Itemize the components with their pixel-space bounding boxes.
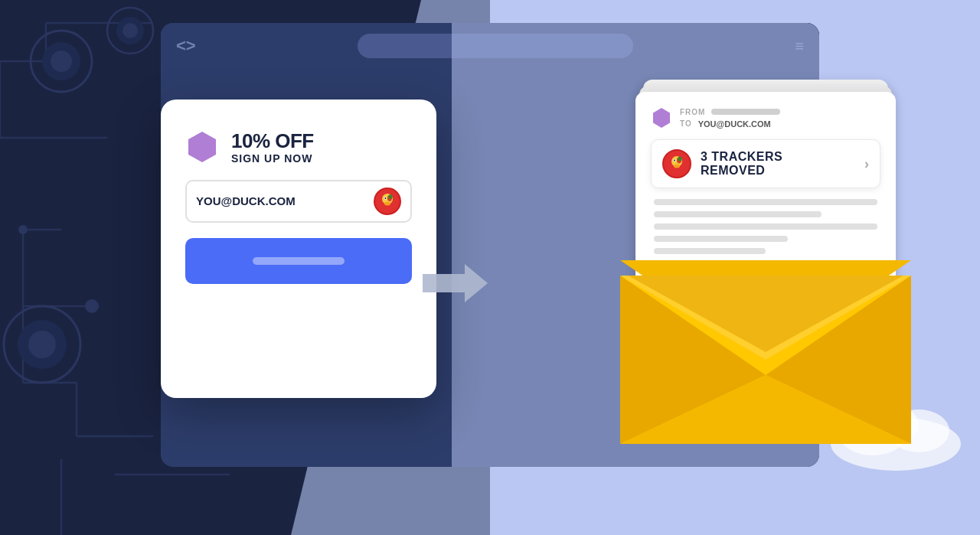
hex-icon bbox=[185, 130, 219, 164]
email-hex-icon bbox=[651, 107, 672, 129]
email-input-value: YOU@DUCK.COM bbox=[196, 194, 366, 207]
svg-point-39 bbox=[674, 160, 675, 161]
main-scene: <> ≡ 10% OFF SIGN UP NOW YOU@DUCK.COM bbox=[0, 0, 980, 535]
svg-marker-33 bbox=[423, 264, 488, 302]
tracker-chevron-icon: › bbox=[864, 156, 869, 172]
svg-point-30 bbox=[385, 197, 387, 199]
email-meta: FROM TO YOU@DUCK.COM bbox=[680, 108, 780, 129]
email-input-container[interactable]: YOU@DUCK.COM bbox=[185, 180, 412, 223]
svg-point-32 bbox=[389, 194, 393, 199]
email-from-line: FROM bbox=[680, 108, 780, 116]
email-content-lines bbox=[651, 199, 880, 254]
tracker-duck-icon bbox=[662, 149, 691, 178]
envelope-container bbox=[620, 260, 911, 447]
tracker-title-line2: REMOVED bbox=[701, 164, 855, 178]
tracker-banner[interactable]: 3 TRACKERS REMOVED › bbox=[651, 139, 880, 188]
email-header: FROM TO YOU@DUCK.COM bbox=[651, 107, 880, 129]
arrow bbox=[423, 260, 492, 309]
submit-button-label bbox=[253, 257, 345, 265]
tracker-title-line1: 3 TRACKERS bbox=[701, 150, 855, 164]
discount-subtitle: SIGN UP NOW bbox=[231, 152, 314, 165]
envelope-svg bbox=[620, 260, 911, 444]
svg-point-41 bbox=[678, 157, 682, 161]
content-line-2 bbox=[654, 211, 822, 217]
to-label: TO bbox=[680, 119, 692, 128]
duckduckgo-avatar bbox=[374, 188, 401, 215]
card-header: 10% OFF SIGN UP NOW bbox=[185, 130, 412, 165]
email-card-stack: FROM TO YOU@DUCK.COM bbox=[620, 92, 911, 447]
svg-point-37 bbox=[674, 165, 680, 168]
content-line-4 bbox=[654, 236, 788, 242]
svg-marker-25 bbox=[188, 132, 216, 162]
content-line-1 bbox=[654, 199, 877, 205]
signup-card: 10% OFF SIGN UP NOW YOU@DUCK.COM bbox=[161, 99, 436, 398]
tracker-text: 3 TRACKERS REMOVED bbox=[701, 150, 855, 177]
email-to-line: TO YOU@DUCK.COM bbox=[680, 119, 780, 129]
discount-title: 10% OFF bbox=[231, 130, 314, 152]
sender-bar bbox=[711, 109, 780, 115]
content-line-5 bbox=[654, 248, 766, 254]
submit-button[interactable] bbox=[185, 238, 412, 284]
svg-marker-34 bbox=[653, 108, 670, 128]
browser-nav-icon: <> bbox=[176, 36, 196, 56]
to-address: YOU@DUCK.COM bbox=[698, 119, 771, 129]
from-label: FROM bbox=[680, 108, 705, 116]
content-line-3 bbox=[654, 223, 877, 230]
svg-point-28 bbox=[384, 201, 390, 205]
